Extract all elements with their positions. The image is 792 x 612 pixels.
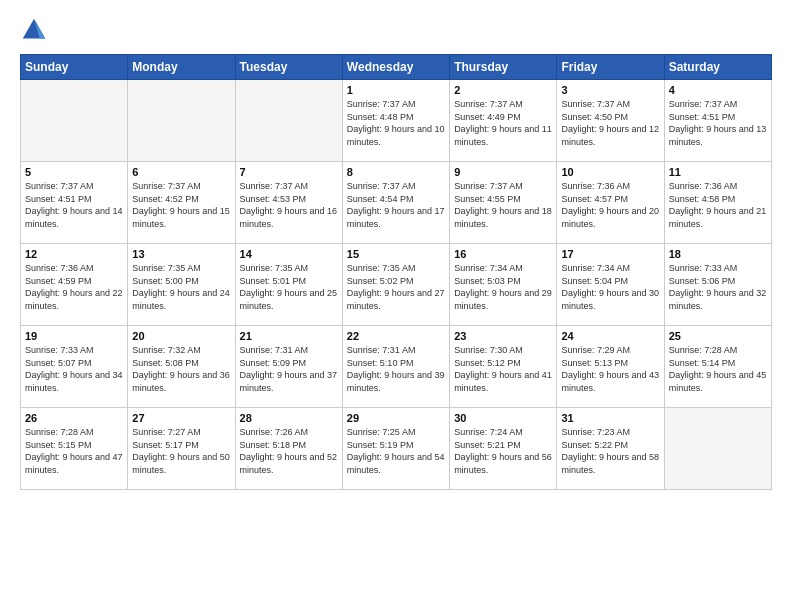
week-row-4: 19Sunrise: 7:33 AMSunset: 5:07 PMDayligh… [21,326,772,408]
day-info: Sunrise: 7:25 AMSunset: 5:19 PMDaylight:… [347,426,445,476]
calendar-cell: 13Sunrise: 7:35 AMSunset: 5:00 PMDayligh… [128,244,235,326]
calendar-cell: 18Sunrise: 7:33 AMSunset: 5:06 PMDayligh… [664,244,771,326]
day-info: Sunrise: 7:26 AMSunset: 5:18 PMDaylight:… [240,426,338,476]
calendar-cell: 7Sunrise: 7:37 AMSunset: 4:53 PMDaylight… [235,162,342,244]
week-row-2: 5Sunrise: 7:37 AMSunset: 4:51 PMDaylight… [21,162,772,244]
day-number: 14 [240,248,338,260]
day-info: Sunrise: 7:31 AMSunset: 5:09 PMDaylight:… [240,344,338,394]
logo [20,16,52,44]
calendar-cell: 3Sunrise: 7:37 AMSunset: 4:50 PMDaylight… [557,80,664,162]
week-row-5: 26Sunrise: 7:28 AMSunset: 5:15 PMDayligh… [21,408,772,490]
day-info: Sunrise: 7:32 AMSunset: 5:08 PMDaylight:… [132,344,230,394]
day-info: Sunrise: 7:27 AMSunset: 5:17 PMDaylight:… [132,426,230,476]
calendar-cell: 2Sunrise: 7:37 AMSunset: 4:49 PMDaylight… [450,80,557,162]
calendar-cell: 16Sunrise: 7:34 AMSunset: 5:03 PMDayligh… [450,244,557,326]
day-info: Sunrise: 7:33 AMSunset: 5:07 PMDaylight:… [25,344,123,394]
calendar-cell: 21Sunrise: 7:31 AMSunset: 5:09 PMDayligh… [235,326,342,408]
day-info: Sunrise: 7:34 AMSunset: 5:03 PMDaylight:… [454,262,552,312]
logo-icon [20,16,48,44]
day-number: 17 [561,248,659,260]
calendar-cell: 24Sunrise: 7:29 AMSunset: 5:13 PMDayligh… [557,326,664,408]
day-info: Sunrise: 7:37 AMSunset: 4:53 PMDaylight:… [240,180,338,230]
calendar-cell [128,80,235,162]
calendar-cell: 14Sunrise: 7:35 AMSunset: 5:01 PMDayligh… [235,244,342,326]
calendar-cell: 22Sunrise: 7:31 AMSunset: 5:10 PMDayligh… [342,326,449,408]
day-info: Sunrise: 7:36 AMSunset: 4:57 PMDaylight:… [561,180,659,230]
day-number: 23 [454,330,552,342]
day-number: 29 [347,412,445,424]
calendar-cell [664,408,771,490]
page: SundayMondayTuesdayWednesdayThursdayFrid… [0,0,792,612]
day-number: 8 [347,166,445,178]
calendar-cell [21,80,128,162]
calendar-cell: 1Sunrise: 7:37 AMSunset: 4:48 PMDaylight… [342,80,449,162]
day-number: 25 [669,330,767,342]
week-row-3: 12Sunrise: 7:36 AMSunset: 4:59 PMDayligh… [21,244,772,326]
weekday-header-tuesday: Tuesday [235,55,342,80]
day-number: 7 [240,166,338,178]
day-info: Sunrise: 7:30 AMSunset: 5:12 PMDaylight:… [454,344,552,394]
day-number: 16 [454,248,552,260]
calendar-cell: 30Sunrise: 7:24 AMSunset: 5:21 PMDayligh… [450,408,557,490]
calendar-cell: 25Sunrise: 7:28 AMSunset: 5:14 PMDayligh… [664,326,771,408]
day-number: 11 [669,166,767,178]
day-info: Sunrise: 7:37 AMSunset: 4:51 PMDaylight:… [25,180,123,230]
day-info: Sunrise: 7:37 AMSunset: 4:49 PMDaylight:… [454,98,552,148]
week-row-1: 1Sunrise: 7:37 AMSunset: 4:48 PMDaylight… [21,80,772,162]
day-number: 6 [132,166,230,178]
day-info: Sunrise: 7:37 AMSunset: 4:50 PMDaylight:… [561,98,659,148]
calendar: SundayMondayTuesdayWednesdayThursdayFrid… [20,54,772,490]
day-info: Sunrise: 7:37 AMSunset: 4:48 PMDaylight:… [347,98,445,148]
calendar-cell: 5Sunrise: 7:37 AMSunset: 4:51 PMDaylight… [21,162,128,244]
calendar-cell: 6Sunrise: 7:37 AMSunset: 4:52 PMDaylight… [128,162,235,244]
weekday-header-sunday: Sunday [21,55,128,80]
day-info: Sunrise: 7:35 AMSunset: 5:00 PMDaylight:… [132,262,230,312]
header [20,16,772,44]
calendar-cell: 20Sunrise: 7:32 AMSunset: 5:08 PMDayligh… [128,326,235,408]
day-number: 31 [561,412,659,424]
day-number: 2 [454,84,552,96]
calendar-cell: 12Sunrise: 7:36 AMSunset: 4:59 PMDayligh… [21,244,128,326]
calendar-cell: 27Sunrise: 7:27 AMSunset: 5:17 PMDayligh… [128,408,235,490]
day-number: 15 [347,248,445,260]
calendar-cell: 17Sunrise: 7:34 AMSunset: 5:04 PMDayligh… [557,244,664,326]
day-info: Sunrise: 7:31 AMSunset: 5:10 PMDaylight:… [347,344,445,394]
day-info: Sunrise: 7:28 AMSunset: 5:15 PMDaylight:… [25,426,123,476]
day-number: 24 [561,330,659,342]
weekday-header-wednesday: Wednesday [342,55,449,80]
day-number: 28 [240,412,338,424]
day-number: 10 [561,166,659,178]
calendar-cell: 15Sunrise: 7:35 AMSunset: 5:02 PMDayligh… [342,244,449,326]
calendar-cell: 29Sunrise: 7:25 AMSunset: 5:19 PMDayligh… [342,408,449,490]
day-number: 26 [25,412,123,424]
weekday-header-saturday: Saturday [664,55,771,80]
day-number: 1 [347,84,445,96]
calendar-cell: 19Sunrise: 7:33 AMSunset: 5:07 PMDayligh… [21,326,128,408]
weekday-header-row: SundayMondayTuesdayWednesdayThursdayFrid… [21,55,772,80]
day-info: Sunrise: 7:34 AMSunset: 5:04 PMDaylight:… [561,262,659,312]
weekday-header-friday: Friday [557,55,664,80]
calendar-cell: 8Sunrise: 7:37 AMSunset: 4:54 PMDaylight… [342,162,449,244]
day-info: Sunrise: 7:33 AMSunset: 5:06 PMDaylight:… [669,262,767,312]
calendar-cell: 26Sunrise: 7:28 AMSunset: 5:15 PMDayligh… [21,408,128,490]
day-info: Sunrise: 7:35 AMSunset: 5:02 PMDaylight:… [347,262,445,312]
day-info: Sunrise: 7:28 AMSunset: 5:14 PMDaylight:… [669,344,767,394]
calendar-cell [235,80,342,162]
calendar-cell: 4Sunrise: 7:37 AMSunset: 4:51 PMDaylight… [664,80,771,162]
day-info: Sunrise: 7:36 AMSunset: 4:58 PMDaylight:… [669,180,767,230]
weekday-header-monday: Monday [128,55,235,80]
day-number: 12 [25,248,123,260]
calendar-cell: 31Sunrise: 7:23 AMSunset: 5:22 PMDayligh… [557,408,664,490]
day-number: 9 [454,166,552,178]
calendar-cell: 11Sunrise: 7:36 AMSunset: 4:58 PMDayligh… [664,162,771,244]
calendar-cell: 28Sunrise: 7:26 AMSunset: 5:18 PMDayligh… [235,408,342,490]
day-info: Sunrise: 7:37 AMSunset: 4:55 PMDaylight:… [454,180,552,230]
day-number: 4 [669,84,767,96]
day-number: 13 [132,248,230,260]
day-number: 30 [454,412,552,424]
day-number: 22 [347,330,445,342]
day-number: 3 [561,84,659,96]
day-info: Sunrise: 7:37 AMSunset: 4:54 PMDaylight:… [347,180,445,230]
day-info: Sunrise: 7:23 AMSunset: 5:22 PMDaylight:… [561,426,659,476]
day-number: 27 [132,412,230,424]
